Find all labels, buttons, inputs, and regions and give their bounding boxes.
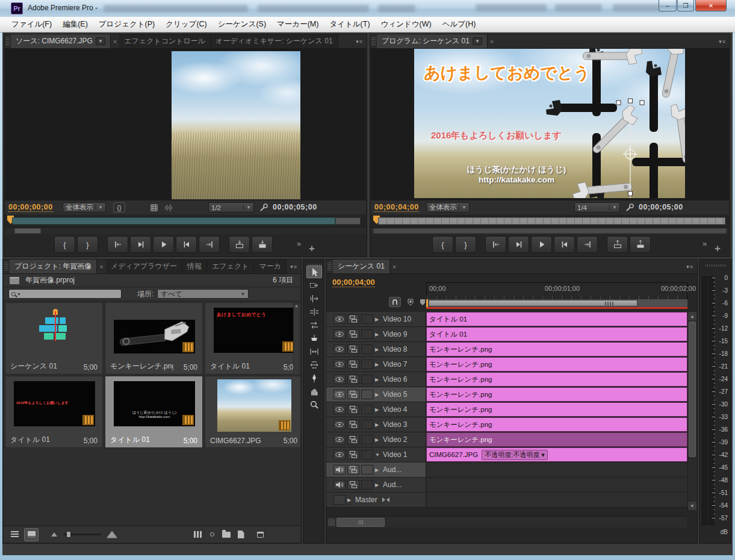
timeline-ruler[interactable]: 00;0000;00;01;0000;00;02;00: [426, 282, 687, 299]
sync-lock-icon[interactable]: [347, 420, 359, 429]
show-keyframes-icon[interactable]: [382, 496, 390, 503]
button-editor-plus[interactable]: +: [715, 243, 721, 255]
search-box[interactable]: ▼: [8, 289, 122, 299]
program-zoom-thumb[interactable]: [373, 228, 727, 234]
toggle-track-mute-speaker-icon[interactable]: [333, 480, 346, 490]
selection-tool[interactable]: [306, 266, 322, 278]
video-track-lane[interactable]: モンキーレンチ.png: [426, 387, 687, 402]
hand-tool[interactable]: [306, 385, 322, 397]
menu-item-8[interactable]: ウィンドウ(W): [376, 17, 437, 32]
sync-lock-icon[interactable]: [347, 450, 359, 459]
button-editor-plus[interactable]: +: [309, 243, 315, 255]
tab-project-1[interactable]: プロジェクト: 年賀画像: [10, 260, 97, 273]
menu-item-5[interactable]: シーケンス(S): [212, 17, 271, 32]
tab-timeline-1[interactable]: シーケンス 01: [333, 260, 390, 273]
mark-out-button[interactable]: }: [455, 236, 476, 253]
tab-close-icon[interactable]: ×: [97, 260, 105, 273]
sync-lock-icon[interactable]: [347, 359, 359, 369]
project-item-cell[interactable]: シーケンス 015;00: [5, 302, 103, 375]
tab-dropdown-icon[interactable]: ▼: [96, 37, 105, 45]
menu-item-7[interactable]: タイトル(T): [324, 17, 375, 32]
lock-toggle-box[interactable]: [361, 450, 373, 459]
goto-in-button[interactable]: [107, 236, 128, 253]
timeline-clip[interactable]: モンキーレンチ.png: [426, 357, 687, 372]
program-zoom-scrollbar[interactable]: [371, 227, 729, 234]
audio-track-lane[interactable]: [426, 462, 687, 477]
timeline-clip[interactable]: モンキーレンチ.png: [426, 432, 687, 447]
sync-lock-icon[interactable]: [347, 329, 359, 339]
video-track-header[interactable]: ▶Video 8: [326, 342, 426, 356]
tab-source-2[interactable]: エフェクトコントロール: [119, 34, 211, 48]
find-button[interactable]: [205, 528, 219, 541]
source-mini-timeline[interactable]: [5, 215, 366, 226]
zoom-out-thumbnails-icon[interactable]: [47, 528, 61, 541]
sync-lock-icon[interactable]: [347, 390, 359, 399]
project-item-cell[interactable]: ほうじ茶(かたかけ ほうじ)http://katakake.comタイトル 01…: [105, 376, 203, 448]
icon-view-button[interactable]: [24, 528, 39, 541]
timeline-clip[interactable]: モンキーレンチ.png: [426, 402, 687, 417]
program-viewer[interactable]: あけましておめでとう 2016年もよろしくお願いします ほうじ茶(かたかけ ほう…: [371, 49, 729, 214]
timeline-vscrollbar[interactable]: ▲ ▼: [687, 312, 696, 510]
scroll-up-icon[interactable]: ▲: [688, 312, 696, 320]
ripple-edit-tool[interactable]: [306, 292, 322, 305]
video-track-lane[interactable]: CIMG6627.JPG不透明度:不透明度 ▾: [426, 447, 687, 462]
expand-track-arrow-icon[interactable]: ▶: [375, 422, 381, 428]
lock-toggle-box[interactable]: [361, 405, 373, 414]
mark-in-button[interactable]: {: [54, 236, 75, 253]
expand-track-arrow-icon[interactable]: ▶: [375, 347, 381, 352]
thumbnail-size-slider[interactable]: [64, 534, 101, 535]
work-area-track[interactable]: [426, 299, 687, 307]
title-bar[interactable]: Pr Adobe Premiere Pro - – ❐ ✕: [0, 0, 735, 17]
sync-lock-icon[interactable]: [347, 465, 359, 474]
insert-button[interactable]: [229, 236, 250, 253]
tab-dropdown-icon[interactable]: ▼: [473, 37, 482, 45]
video-track-lane[interactable]: モンキーレンチ.png: [426, 342, 687, 356]
tab-close-icon[interactable]: ×: [488, 34, 496, 48]
toggle-track-output-eye-icon[interactable]: [333, 405, 346, 414]
timeline-clip[interactable]: モンキーレンチ.png: [426, 372, 687, 387]
timeline-clip[interactable]: モンキーレンチ.png: [426, 342, 687, 356]
source-current-time[interactable]: 00;00;00;00: [8, 203, 53, 212]
panel-menu-icon[interactable]: ▾≡: [715, 34, 730, 48]
extract-button[interactable]: [630, 236, 651, 253]
video-track-header[interactable]: ▶Video 2: [326, 432, 426, 447]
sync-lock-icon[interactable]: [347, 344, 359, 354]
tab-close-icon[interactable]: ×: [111, 34, 119, 48]
zoom-in-thumbnails-icon[interactable]: [105, 528, 119, 541]
panel-grip[interactable]: [327, 263, 332, 270]
menu-item-4[interactable]: クリップ(C): [160, 17, 212, 32]
expand-track-arrow-icon[interactable]: ▶: [375, 437, 381, 443]
master-track-lane[interactable]: [426, 493, 687, 507]
goto-out-button[interactable]: [577, 236, 598, 253]
video-track-header[interactable]: ▶Video 4: [326, 402, 426, 417]
rate-stretch-tool[interactable]: [306, 319, 322, 331]
scroll-down-icon[interactable]: ▼: [688, 502, 696, 510]
tab-project-5[interactable]: マーカ: [254, 260, 287, 273]
panel-grip[interactable]: [371, 37, 376, 45]
sync-lock-icon[interactable]: [347, 314, 359, 324]
panel-grip[interactable]: [4, 263, 8, 270]
sync-lock-icon[interactable]: [347, 375, 359, 384]
slider-thumb[interactable]: [66, 531, 71, 538]
track-select-tool[interactable]: [306, 279, 322, 291]
master-track-header[interactable]: ▶Master: [326, 493, 426, 507]
panel-grip[interactable]: [5, 37, 10, 45]
film-output-icon[interactable]: [148, 202, 160, 213]
timeline-current-time[interactable]: 00;00;04;00: [332, 278, 375, 287]
new-item-button[interactable]: [234, 528, 248, 541]
video-track-lane[interactable]: モンキーレンチ.png: [426, 417, 687, 432]
expand-track-arrow-icon[interactable]: ▶: [375, 332, 381, 337]
toggle-track-mute-speaker-icon[interactable]: [333, 465, 346, 474]
panel-menu-icon[interactable]: ▾≡: [683, 260, 697, 273]
waveform-icon[interactable]: [163, 202, 175, 213]
menu-item-9[interactable]: ヘルプ(H): [437, 17, 482, 32]
lock-toggle-box[interactable]: [361, 359, 373, 369]
tab-project-4[interactable]: エフェクト: [207, 260, 254, 273]
step-forward-button[interactable]: [176, 236, 197, 253]
video-track-lane[interactable]: モンキーレンチ.png: [426, 402, 687, 417]
video-track-lane[interactable]: タイトル 01: [426, 312, 687, 326]
source-viewer[interactable]: [5, 49, 366, 214]
video-track-header[interactable]: ▶Video 6: [326, 372, 426, 387]
video-track-header[interactable]: ▶Video 5: [326, 387, 426, 402]
clip-effect-badge[interactable]: 不透明度:不透明度 ▾: [482, 450, 548, 460]
